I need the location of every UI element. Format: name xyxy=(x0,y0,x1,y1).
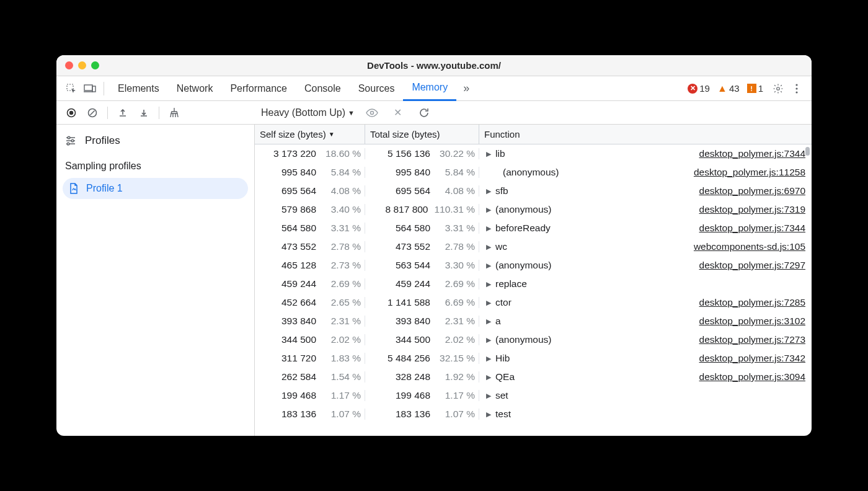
svg-point-3 xyxy=(777,87,780,90)
tab-performance[interactable]: Performance xyxy=(221,76,296,101)
expand-icon[interactable]: ▶ xyxy=(485,373,492,381)
table-row[interactable]: 695 5644.08 %695 5644.08 %▶sfbdesktop_po… xyxy=(255,182,812,200)
table-row[interactable]: 3 173 22018.60 %5 156 13630.22 %▶libdesk… xyxy=(255,144,812,163)
sampling-profiles-label: Sampling profiles xyxy=(56,152,254,175)
source-link[interactable]: desktop_polymer.js:3094 xyxy=(699,371,805,383)
eye-icon[interactable] xyxy=(363,104,381,122)
upload-icon[interactable] xyxy=(114,104,131,122)
warning-count[interactable]: ▲ 43 xyxy=(717,83,740,94)
source-link[interactable]: webcomponents-sd.js:105 xyxy=(694,241,805,252)
function-name: lib xyxy=(495,148,505,159)
expand-icon[interactable]: ▶ xyxy=(485,317,492,325)
col-function[interactable]: Function xyxy=(479,125,812,144)
clear-button[interactable] xyxy=(84,104,101,122)
table-row[interactable]: 452 6642.65 %1 141 5886.69 %▶ctordesktop… xyxy=(255,293,812,312)
svg-point-8 xyxy=(69,110,73,114)
error-count[interactable]: ✕ 19 xyxy=(688,83,710,94)
table-row[interactable]: 393 8402.31 %393 8402.31 %▶adesktop_poly… xyxy=(255,312,812,330)
table-row[interactable]: 311 7201.83 %5 484 25632.15 %▶Hibdesktop… xyxy=(255,349,812,368)
svg-rect-2 xyxy=(92,86,95,92)
tab-sources[interactable]: Sources xyxy=(350,76,404,101)
table-row[interactable]: 995 8405.84 %995 8405.84 %(anonymous)des… xyxy=(255,163,812,182)
function-name: (anonymous) xyxy=(495,334,551,345)
expand-icon[interactable]: ▶ xyxy=(485,224,492,232)
tab-console[interactable]: Console xyxy=(296,76,350,101)
expand-icon[interactable]: ▶ xyxy=(485,410,492,418)
view-mode-dropdown[interactable]: Heavy (Bottom Up) ▼ xyxy=(261,107,355,118)
scrollbar[interactable] xyxy=(805,147,810,156)
svg-point-13 xyxy=(67,143,69,145)
profile-item[interactable]: Profile 1 xyxy=(63,178,248,199)
source-link[interactable]: desktop_polymer.js:11258 xyxy=(694,167,805,178)
record-button[interactable] xyxy=(63,104,80,122)
table-row[interactable]: 262 5841.54 %328 2481.92 %▶QEadesktop_po… xyxy=(255,368,812,386)
table-row[interactable]: 473 5522.78 %473 5522.78 %▶wcwebcomponen… xyxy=(255,237,812,256)
maximize-window-button[interactable] xyxy=(91,61,99,69)
table-row[interactable]: 465 1282.73 %563 5443.30 %▶(anonymous)de… xyxy=(255,256,812,275)
function-name: sfb xyxy=(495,185,508,197)
source-link[interactable]: desktop_polymer.js:7344 xyxy=(699,223,805,234)
traffic-lights xyxy=(65,61,99,69)
inspect-element-icon[interactable] xyxy=(63,80,80,97)
svg-point-4 xyxy=(795,84,797,86)
error-icon: ✕ xyxy=(688,84,698,94)
source-link[interactable]: desktop_polymer.js:7342 xyxy=(699,353,805,364)
expand-icon[interactable]: ▶ xyxy=(485,150,492,158)
table-row[interactable]: 564 5803.31 %564 5803.31 %▶beforeReadyde… xyxy=(255,219,812,237)
separator xyxy=(159,107,159,119)
tab-elements[interactable]: Elements xyxy=(109,76,168,101)
table-row[interactable]: 579 8683.40 %8 817 800110.31 %▶(anonymou… xyxy=(255,200,812,219)
function-name: Hib xyxy=(495,353,510,364)
expand-icon[interactable]: ▶ xyxy=(485,392,492,400)
device-toolbar-icon[interactable] xyxy=(81,80,99,97)
col-self-size[interactable]: Self size (bytes) ▼ xyxy=(255,125,365,144)
sliders-icon[interactable] xyxy=(65,136,76,146)
table-row[interactable]: 183 1361.07 %183 1361.07 %▶test xyxy=(255,405,812,423)
table-row[interactable]: 459 2442.69 %459 2442.69 %▶replace xyxy=(255,275,812,293)
settings-icon[interactable] xyxy=(769,80,787,97)
function-name: QEa xyxy=(495,371,515,383)
table-row[interactable]: 199 4681.17 %199 4681.17 %▶set xyxy=(255,386,812,405)
expand-icon[interactable]: ▶ xyxy=(485,206,492,214)
source-link[interactable]: desktop_polymer.js:7273 xyxy=(699,334,805,345)
function-name: ctor xyxy=(495,297,512,308)
expand-icon[interactable]: ▶ xyxy=(485,187,492,195)
issue-count[interactable]: ! 1 xyxy=(747,83,763,94)
function-name: wc xyxy=(495,241,507,252)
download-icon[interactable] xyxy=(135,104,153,122)
chevron-down-icon: ▼ xyxy=(348,109,355,117)
function-name: set xyxy=(495,390,508,401)
function-name: a xyxy=(495,316,501,327)
profile-table: Self size (bytes) ▼ Total size (bytes) F… xyxy=(255,125,812,436)
tab-memory[interactable]: Memory xyxy=(403,76,456,101)
separator xyxy=(107,107,108,119)
tab-network[interactable]: Network xyxy=(168,76,222,101)
function-name: beforeReady xyxy=(495,223,551,234)
expand-icon[interactable]: ▶ xyxy=(485,336,492,344)
issue-counts: ✕ 19 ▲ 43 ! 1 xyxy=(688,83,768,94)
source-link[interactable]: desktop_polymer.js:7297 xyxy=(699,260,805,271)
kebab-menu-icon[interactable] xyxy=(788,80,805,97)
function-name: (anonymous) xyxy=(495,204,551,215)
main-tabbar: ElementsNetworkPerformanceConsoleSources… xyxy=(56,76,812,101)
expand-icon[interactable]: ▶ xyxy=(485,262,492,270)
col-total-size[interactable]: Total size (bytes) xyxy=(365,125,479,144)
refresh-icon[interactable] xyxy=(415,104,433,122)
minimize-window-button[interactable] xyxy=(78,61,86,69)
expand-icon[interactable]: ▶ xyxy=(485,299,492,307)
svg-point-11 xyxy=(68,136,70,139)
separator xyxy=(104,82,104,95)
expand-icon[interactable]: ▶ xyxy=(485,243,492,251)
expand-icon[interactable]: ▶ xyxy=(485,355,492,363)
close-window-button[interactable] xyxy=(65,61,73,69)
source-link[interactable]: desktop_polymer.js:7344 xyxy=(699,148,805,159)
expand-icon[interactable]: ▶ xyxy=(485,280,492,288)
source-link[interactable]: desktop_polymer.js:3102 xyxy=(699,316,805,327)
table-row[interactable]: 344 5002.02 %344 5002.02 %▶(anonymous)de… xyxy=(255,330,812,349)
source-link[interactable]: desktop_polymer.js:6970 xyxy=(699,185,805,197)
broom-icon[interactable] xyxy=(166,104,183,122)
close-icon[interactable]: ✕ xyxy=(389,104,407,122)
more-tabs-icon[interactable]: » xyxy=(458,80,475,97)
source-link[interactable]: desktop_polymer.js:7285 xyxy=(699,297,805,308)
source-link[interactable]: desktop_polymer.js:7319 xyxy=(699,204,805,215)
